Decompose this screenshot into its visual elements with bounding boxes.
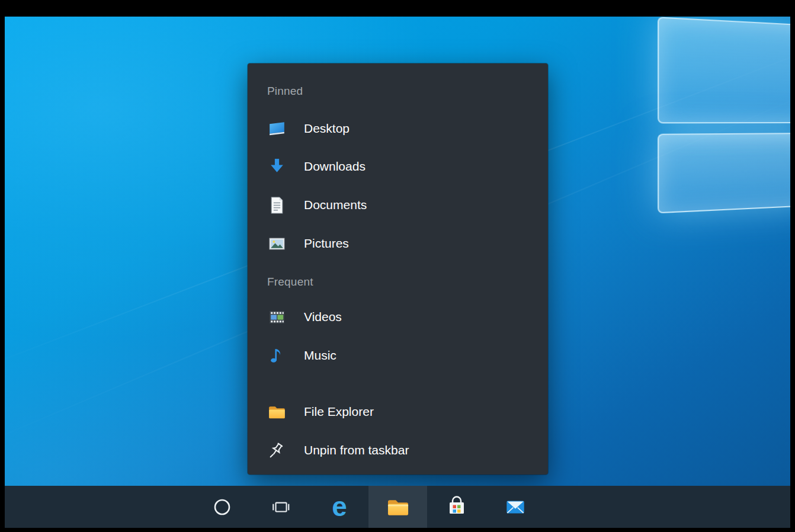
windows-logo-pane [658, 17, 790, 123]
jumplist-item-downloads[interactable]: Downloads [252, 148, 543, 185]
pictures-icon [267, 234, 287, 254]
taskbar: e [5, 486, 790, 528]
jumplist-item-pictures[interactable]: Pictures [252, 225, 543, 262]
jumplist-item-music[interactable]: Music [252, 336, 543, 374]
jumplist-section-header-frequent: Frequent [267, 275, 313, 289]
jumplist-section-header-pinned: Pinned [267, 85, 303, 98]
music-icon [267, 346, 287, 366]
taskbar-item-store[interactable] [427, 486, 486, 528]
jumplist-item-label: Music [304, 348, 336, 363]
windows-logo-pane [658, 133, 790, 213]
taskbar-items: e [193, 486, 544, 528]
taskbar-item-file-explorer[interactable] [368, 486, 427, 528]
videos-icon [267, 307, 287, 327]
taskbar-item-cortana[interactable] [193, 486, 251, 528]
jumplist-task-label: File Explorer [304, 405, 374, 419]
windows-logo [658, 17, 790, 226]
jumplist-item-label: Videos [304, 310, 342, 324]
cortana-icon [213, 498, 232, 517]
file-explorer-icon [386, 495, 411, 520]
taskbar-item-task-view[interactable] [251, 486, 310, 528]
file-explorer-icon [267, 402, 287, 422]
file-explorer-jumplist: Pinned Desktop Downloads [248, 63, 548, 475]
jumplist-task-file-explorer[interactable]: File Explorer [252, 393, 543, 431]
mail-icon [503, 495, 528, 520]
desktop-wallpaper: Pinned Desktop Downloads [5, 17, 790, 528]
task-view-icon [271, 497, 291, 517]
jumplist-item-label: Documents [304, 198, 367, 212]
unpin-icon [267, 441, 287, 460]
jumplist-item-videos[interactable]: Videos [252, 298, 543, 336]
desktop-icon [267, 119, 287, 139]
downloads-icon [267, 157, 287, 177]
jumplist-item-label: Desktop [304, 121, 350, 136]
documents-icon [267, 196, 287, 215]
jumplist-item-desktop[interactable]: Desktop [252, 110, 543, 148]
jumplist-item-label: Pictures [304, 236, 349, 251]
edge-icon: e [325, 492, 354, 522]
jumplist-item-documents[interactable]: Documents [252, 186, 543, 224]
store-icon [445, 495, 469, 519]
svg-text:e: e [332, 492, 347, 522]
jumplist-task-unpin[interactable]: Unpin from taskbar [252, 431, 543, 469]
taskbar-item-mail[interactable] [486, 486, 544, 528]
taskbar-item-edge[interactable]: e [310, 486, 368, 528]
jumplist-task-label: Unpin from taskbar [304, 443, 409, 457]
jumplist-item-label: Downloads [304, 159, 366, 174]
